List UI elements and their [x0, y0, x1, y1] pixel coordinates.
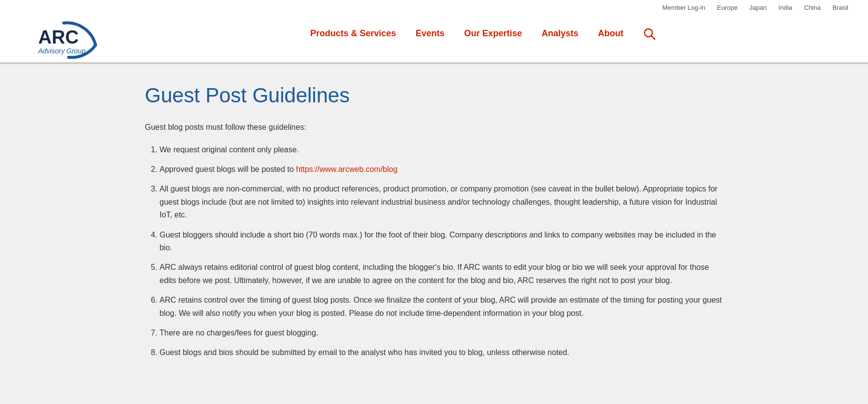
header-main: ARC Advisory Group Products & Services E… [20, 13, 848, 62]
japan-link[interactable]: Japan [749, 4, 767, 11]
list-item: Guest bloggers should include a short bi… [160, 229, 723, 255]
brasil-link[interactable]: Brasil [832, 4, 848, 11]
logo[interactable]: ARC Advisory Group [20, 18, 118, 62]
svg-line-3 [651, 36, 655, 39]
list-item: ARC retains control over the timing of g… [160, 294, 723, 320]
page-title: Guest Post Guidelines [145, 84, 723, 107]
list-item: Approved guest blogs will be posted to h… [160, 163, 723, 176]
list-item: All guest blogs are non-commercial, with… [160, 183, 723, 221]
india-link[interactable]: India [778, 4, 792, 11]
china-link[interactable]: China [804, 4, 821, 11]
blog-link[interactable]: https://www.arcweb.com/blog [296, 165, 397, 173]
nav-about[interactable]: About [598, 28, 623, 47]
header: Member Log-in Europe Japan India China B… [0, 0, 868, 64]
nav-products-services[interactable]: Products & Services [310, 28, 396, 47]
nav-events[interactable]: Events [416, 28, 445, 47]
list-item: We request original content only please. [160, 143, 723, 156]
main-nav: Products & Services Events Our Expertise… [118, 27, 848, 53]
nav-analysts[interactable]: Analysts [542, 28, 578, 47]
europe-link[interactable]: Europe [717, 4, 738, 11]
list-item: There are no charges/fees for guest blog… [160, 327, 723, 339]
svg-text:ARC: ARC [38, 27, 78, 48]
nav-our-expertise[interactable]: Our Expertise [464, 28, 522, 47]
member-login-link[interactable]: Member Log-in [663, 4, 705, 11]
list-item: Guest blogs and bios should be submitted… [160, 346, 723, 359]
search-icon[interactable] [643, 27, 656, 48]
guidelines-list: We request original content only please.… [155, 143, 723, 359]
header-top-links: Member Log-in Europe Japan India China B… [20, 0, 848, 13]
list-item: ARC always retains editorial control of … [160, 261, 723, 287]
main-content: Guest Post Guidelines Guest blog posts m… [116, 64, 753, 396]
svg-text:Advisory Group: Advisory Group [38, 47, 86, 55]
intro-text: Guest blog posts must follow these guide… [145, 121, 723, 134]
